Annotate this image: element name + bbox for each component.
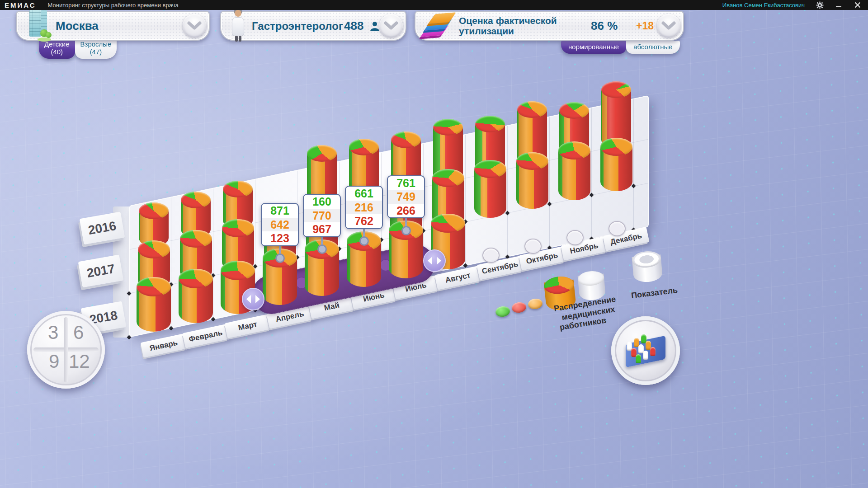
tooltip-value-orange: 770 — [304, 209, 340, 223]
app-title: Мониторинг структуры рабочего времени вр… — [48, 2, 179, 9]
tooltip-Апрель: 871642123 — [261, 203, 299, 246]
specialty-value: Гастроэнтеролог — [252, 20, 343, 33]
mini-map-button[interactable] — [611, 316, 680, 385]
cylinder-2018-Февраль[interactable] — [179, 269, 213, 333]
user-name: Иванов Семен Екибастасович — [722, 2, 805, 9]
empty-cell-marker-2018-Ноябрь — [566, 230, 584, 245]
tooltip-value-orange: 216 — [346, 201, 382, 215]
person-count-icon — [369, 21, 380, 32]
app-window: ЕМИАС Мониторинг структуры рабочего врем… — [0, 0, 868, 488]
utilization-delta: +18 — [636, 20, 654, 32]
indicator-cylinder — [632, 250, 664, 287]
cylinder-2017-Ноябрь[interactable] — [558, 141, 590, 209]
tooltip-value-red: 266 — [388, 204, 424, 218]
tooltip-value-green: 160 — [304, 195, 340, 209]
band-scroll-right-button[interactable] — [423, 249, 446, 272]
city-filter-panel: Москва — [16, 11, 210, 41]
city-dropdown-button[interactable] — [183, 14, 206, 38]
band-scroll-left-button[interactable] — [242, 288, 264, 310]
specialty-count: 488 — [344, 19, 363, 33]
cylinder-2017-Сентябрь[interactable] — [474, 160, 506, 227]
tab-adults[interactable]: Взрослые(47) — [75, 39, 117, 59]
utilization-label: Оценка фактическойутилизации — [459, 15, 557, 36]
value-mode-tabs: нормированные абсолютные — [561, 41, 680, 54]
tooltip-value-green: 761 — [388, 176, 424, 190]
tooltip-value-green: 871 — [262, 204, 298, 218]
layers-icon — [421, 10, 457, 42]
tooltip-value-red: 967 — [304, 222, 340, 236]
doctor-icon — [228, 8, 248, 43]
minimize-icon[interactable] — [835, 1, 843, 9]
cylinder-2017-Декабрь[interactable] — [600, 138, 632, 200]
quarter-dial[interactable]: 3 6 9 12 — [27, 311, 105, 389]
empty-cell-marker-2018-Сентябрь — [482, 248, 500, 263]
tooltip-value-green: 661 — [346, 187, 382, 201]
mini-cylinder — [643, 351, 648, 360]
mini-cylinder — [636, 354, 641, 363]
city-building-icon — [22, 6, 52, 43]
dial-divider-vertical — [64, 317, 68, 382]
specialty-dropdown-button[interactable] — [379, 14, 403, 38]
utilization-dropdown-button[interactable] — [657, 14, 680, 38]
mini-cylinder — [650, 347, 656, 356]
tooltip-Июль: 761749266 — [387, 175, 425, 219]
tooltip-Июнь: 661216762 — [345, 186, 383, 229]
titlebar: ЕМИАС Мониторинг структуры рабочего врем… — [0, 0, 868, 10]
tooltip-value-red: 762 — [346, 214, 382, 228]
cylinder-2018-Январь[interactable] — [137, 277, 171, 342]
tooltip-value-orange: 749 — [388, 190, 424, 204]
utilization-value: 86 % — [591, 19, 618, 33]
emias-logo: ЕМИАС — [5, 1, 36, 9]
dial-value-9[interactable]: 9 — [49, 351, 59, 372]
tooltip-anchor-Июль — [401, 226, 411, 235]
settings-gear-icon[interactable] — [816, 1, 824, 9]
tooltip-value-orange: 642 — [262, 218, 298, 232]
tooltip-value-red: 123 — [262, 231, 298, 245]
cylinder-2017-Октябрь[interactable] — [516, 152, 548, 218]
tab-normalized[interactable]: нормированные — [561, 41, 626, 54]
dial-value-6[interactable]: 6 — [73, 322, 84, 343]
tooltip-anchor-Апрель — [275, 253, 285, 263]
dial-value-12[interactable]: 12 — [69, 351, 90, 372]
tab-absolute[interactable]: абсолютные — [626, 41, 679, 54]
city-value: Москва — [56, 19, 99, 33]
utilization-panel: Оценка фактическойутилизации 86 % +18 — [415, 11, 684, 41]
empty-cell-marker-2018-Декабрь — [609, 221, 626, 236]
close-icon[interactable] — [854, 1, 862, 9]
dial-value-3[interactable]: 3 — [48, 322, 58, 343]
specialty-filter-panel: Гастроэнтеролог 488 — [220, 11, 406, 41]
tooltip-Май: 160770967 — [303, 194, 341, 237]
